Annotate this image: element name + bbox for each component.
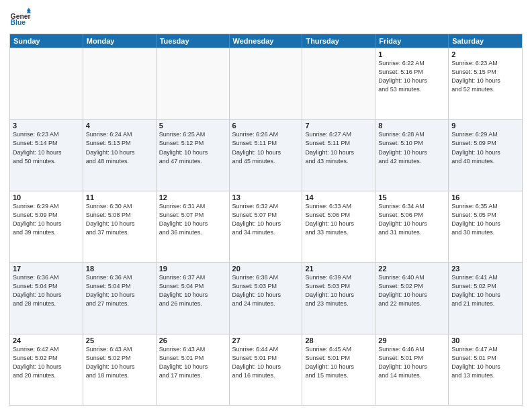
day-number: 3 — [13, 122, 80, 130]
empty-cell — [157, 48, 230, 119]
day-cell-16: 16Sunrise: 6:35 AM Sunset: 5:05 PM Dayli… — [449, 191, 522, 262]
day-info: Sunrise: 6:41 AM Sunset: 5:02 PM Dayligh… — [451, 273, 519, 308]
day-number: 5 — [159, 122, 226, 130]
day-info: Sunrise: 6:36 AM Sunset: 5:04 PM Dayligh… — [86, 273, 153, 308]
day-cell-4: 4Sunrise: 6:24 AM Sunset: 5:13 PM Daylig… — [83, 120, 157, 190]
day-info: Sunrise: 6:34 AM Sunset: 5:06 PM Dayligh… — [378, 202, 445, 237]
day-cell-10: 10Sunrise: 6:29 AM Sunset: 5:09 PM Dayli… — [10, 191, 83, 262]
day-info: Sunrise: 6:40 AM Sunset: 5:02 PM Dayligh… — [378, 273, 445, 308]
day-cell-21: 21Sunrise: 6:39 AM Sunset: 5:03 PM Dayli… — [302, 263, 375, 333]
day-number: 29 — [378, 336, 445, 345]
day-cell-3: 3Sunrise: 6:23 AM Sunset: 5:14 PM Daylig… — [10, 120, 83, 190]
day-number: 20 — [232, 265, 300, 273]
day-cell-12: 12Sunrise: 6:31 AM Sunset: 5:07 PM Dayli… — [157, 191, 230, 262]
page: General Blue SundayMondayTuesdayWednesda… — [0, 0, 532, 411]
day-cell-9: 9Sunrise: 6:29 AM Sunset: 5:09 PM Daylig… — [449, 120, 522, 190]
day-number: 21 — [305, 265, 372, 273]
calendar: SundayMondayTuesdayWednesdayThursdayFrid… — [9, 34, 523, 406]
calendar-row-1: 3Sunrise: 6:23 AM Sunset: 5:14 PM Daylig… — [10, 119, 522, 190]
day-number: 27 — [232, 336, 300, 345]
day-cell-20: 20Sunrise: 6:38 AM Sunset: 5:03 PM Dayli… — [230, 263, 303, 333]
calendar-body: 1Sunrise: 6:22 AM Sunset: 5:16 PM Daylig… — [10, 48, 522, 405]
weekday-header-saturday: Saturday — [449, 34, 522, 48]
day-info: Sunrise: 6:26 AM Sunset: 5:11 PM Dayligh… — [232, 130, 300, 165]
day-number: 30 — [451, 336, 519, 345]
logo-icon: General Blue — [9, 7, 31, 28]
logo: General Blue — [9, 7, 31, 28]
weekday-header-friday: Friday — [375, 34, 449, 48]
day-cell-18: 18Sunrise: 6:36 AM Sunset: 5:04 PM Dayli… — [83, 263, 157, 333]
day-number: 4 — [86, 122, 153, 130]
day-number: 17 — [13, 265, 80, 273]
day-number: 10 — [13, 193, 80, 201]
day-info: Sunrise: 6:38 AM Sunset: 5:03 PM Dayligh… — [232, 273, 300, 308]
empty-cell — [10, 48, 83, 119]
day-cell-1: 1Sunrise: 6:22 AM Sunset: 5:16 PM Daylig… — [375, 48, 449, 119]
day-cell-30: 30Sunrise: 6:47 AM Sunset: 5:01 PM Dayli… — [449, 334, 522, 405]
day-number: 9 — [451, 122, 519, 130]
day-info: Sunrise: 6:33 AM Sunset: 5:06 PM Dayligh… — [305, 202, 372, 237]
day-number: 12 — [159, 193, 226, 201]
day-cell-11: 11Sunrise: 6:30 AM Sunset: 5:08 PM Dayli… — [83, 191, 157, 262]
day-cell-5: 5Sunrise: 6:25 AM Sunset: 5:12 PM Daylig… — [157, 120, 230, 190]
day-info: Sunrise: 6:28 AM Sunset: 5:10 PM Dayligh… — [378, 130, 445, 165]
day-cell-2: 2Sunrise: 6:23 AM Sunset: 5:15 PM Daylig… — [449, 48, 522, 119]
day-info: Sunrise: 6:43 AM Sunset: 5:01 PM Dayligh… — [159, 345, 226, 380]
day-info: Sunrise: 6:42 AM Sunset: 5:02 PM Dayligh… — [13, 345, 80, 380]
day-cell-19: 19Sunrise: 6:37 AM Sunset: 5:04 PM Dayli… — [157, 263, 230, 333]
day-cell-7: 7Sunrise: 6:27 AM Sunset: 5:11 PM Daylig… — [302, 120, 375, 190]
day-info: Sunrise: 6:23 AM Sunset: 5:14 PM Dayligh… — [13, 130, 80, 165]
weekday-header-wednesday: Wednesday — [230, 34, 303, 48]
weekday-header-sunday: Sunday — [10, 34, 83, 48]
day-number: 16 — [451, 193, 519, 201]
day-info: Sunrise: 6:44 AM Sunset: 5:01 PM Dayligh… — [232, 345, 300, 380]
day-info: Sunrise: 6:36 AM Sunset: 5:04 PM Dayligh… — [13, 273, 80, 308]
day-number: 24 — [13, 336, 80, 345]
day-cell-24: 24Sunrise: 6:42 AM Sunset: 5:02 PM Dayli… — [10, 334, 83, 405]
day-cell-8: 8Sunrise: 6:28 AM Sunset: 5:10 PM Daylig… — [375, 120, 449, 190]
day-cell-25: 25Sunrise: 6:43 AM Sunset: 5:02 PM Dayli… — [83, 334, 157, 405]
day-info: Sunrise: 6:29 AM Sunset: 5:09 PM Dayligh… — [13, 202, 80, 237]
day-cell-6: 6Sunrise: 6:26 AM Sunset: 5:11 PM Daylig… — [230, 120, 303, 190]
day-info: Sunrise: 6:23 AM Sunset: 5:15 PM Dayligh… — [451, 59, 519, 94]
calendar-row-4: 24Sunrise: 6:42 AM Sunset: 5:02 PM Dayli… — [10, 334, 522, 405]
day-info: Sunrise: 6:25 AM Sunset: 5:12 PM Dayligh… — [159, 130, 226, 165]
day-number: 18 — [86, 265, 153, 273]
svg-text:Blue: Blue — [11, 19, 26, 26]
calendar-header: SundayMondayTuesdayWednesdayThursdayFrid… — [10, 34, 522, 48]
day-info: Sunrise: 6:43 AM Sunset: 5:02 PM Dayligh… — [86, 345, 153, 380]
day-info: Sunrise: 6:27 AM Sunset: 5:11 PM Dayligh… — [305, 130, 372, 165]
day-cell-13: 13Sunrise: 6:32 AM Sunset: 5:07 PM Dayli… — [230, 191, 303, 262]
day-info: Sunrise: 6:45 AM Sunset: 5:01 PM Dayligh… — [305, 345, 372, 380]
day-cell-17: 17Sunrise: 6:36 AM Sunset: 5:04 PM Dayli… — [10, 263, 83, 333]
header: General Blue — [9, 7, 523, 28]
day-cell-29: 29Sunrise: 6:46 AM Sunset: 5:01 PM Dayli… — [375, 334, 449, 405]
day-cell-22: 22Sunrise: 6:40 AM Sunset: 5:02 PM Dayli… — [375, 263, 449, 333]
day-number: 15 — [378, 193, 445, 201]
day-number: 6 — [232, 122, 300, 130]
empty-cell — [302, 48, 375, 119]
day-info: Sunrise: 6:39 AM Sunset: 5:03 PM Dayligh… — [305, 273, 372, 308]
weekday-header-monday: Monday — [83, 34, 157, 48]
day-info: Sunrise: 6:32 AM Sunset: 5:07 PM Dayligh… — [232, 202, 300, 237]
day-info: Sunrise: 6:29 AM Sunset: 5:09 PM Dayligh… — [451, 130, 519, 165]
day-number: 25 — [86, 336, 153, 345]
day-number: 28 — [305, 336, 372, 345]
day-number: 8 — [378, 122, 445, 130]
weekday-header-thursday: Thursday — [302, 34, 375, 48]
day-info: Sunrise: 6:22 AM Sunset: 5:16 PM Dayligh… — [378, 59, 445, 94]
calendar-row-0: 1Sunrise: 6:22 AM Sunset: 5:16 PM Daylig… — [10, 48, 522, 119]
day-cell-28: 28Sunrise: 6:45 AM Sunset: 5:01 PM Dayli… — [302, 334, 375, 405]
day-cell-26: 26Sunrise: 6:43 AM Sunset: 5:01 PM Dayli… — [157, 334, 230, 405]
weekday-header-tuesday: Tuesday — [157, 34, 230, 48]
day-cell-27: 27Sunrise: 6:44 AM Sunset: 5:01 PM Dayli… — [230, 334, 303, 405]
day-number: 23 — [451, 265, 519, 273]
day-number: 19 — [159, 265, 226, 273]
calendar-row-2: 10Sunrise: 6:29 AM Sunset: 5:09 PM Dayli… — [10, 191, 522, 262]
day-number: 13 — [232, 193, 300, 201]
empty-cell — [83, 48, 157, 119]
day-cell-15: 15Sunrise: 6:34 AM Sunset: 5:06 PM Dayli… — [375, 191, 449, 262]
day-cell-14: 14Sunrise: 6:33 AM Sunset: 5:06 PM Dayli… — [302, 191, 375, 262]
day-number: 2 — [451, 50, 519, 58]
day-info: Sunrise: 6:24 AM Sunset: 5:13 PM Dayligh… — [86, 130, 153, 165]
